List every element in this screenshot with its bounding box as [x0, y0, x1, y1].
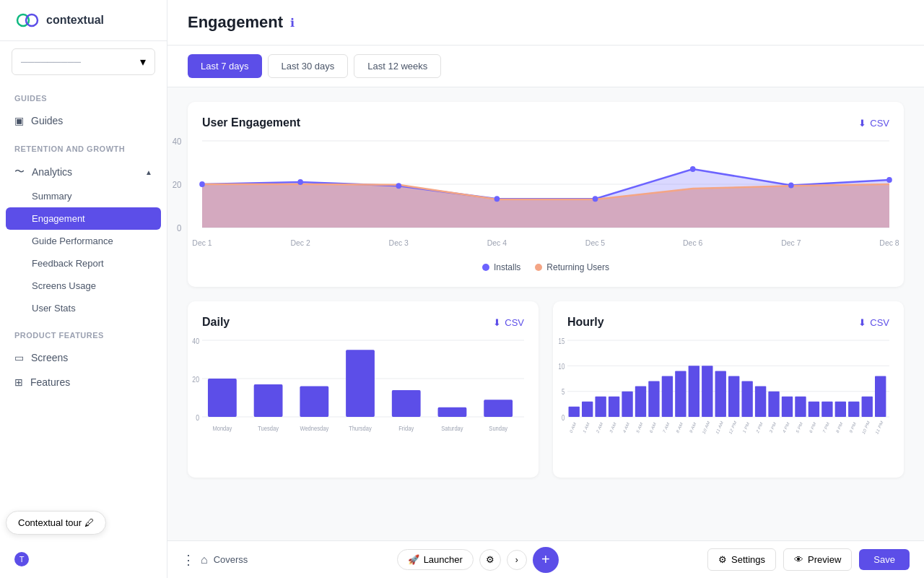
svg-text:0: 0	[562, 414, 565, 422]
svg-point-13	[690, 166, 696, 172]
svg-rect-68	[782, 397, 793, 417]
svg-text:3 PM: 3 PM	[768, 421, 777, 434]
eye-icon: 👁	[794, 554, 803, 565]
svg-text:0: 0	[177, 223, 182, 233]
svg-rect-73	[848, 402, 859, 417]
svg-text:Dec 8: Dec 8	[879, 238, 899, 247]
hourly-bar-chart: 15 10 5 0	[567, 340, 889, 456]
logo: contextual	[0, 0, 167, 41]
page-title: Engagement	[188, 13, 283, 32]
tab-last7[interactable]: Last 7 days	[188, 54, 262, 78]
tab-last30[interactable]: Last 30 days	[268, 54, 349, 78]
sidebar-item-engagement[interactable]: Engagement	[6, 207, 161, 230]
contextual-tour-button[interactable]: Contextual tour 🖊	[6, 511, 106, 535]
save-button[interactable]: Save	[859, 549, 910, 570]
svg-text:6 AM: 6 AM	[648, 421, 656, 434]
svg-point-14	[788, 183, 794, 189]
svg-rect-65	[741, 381, 752, 417]
sidebar-item-screens[interactable]: ▭ Screens	[0, 345, 167, 370]
daily-title: Daily	[202, 316, 230, 329]
svg-rect-63	[715, 371, 726, 417]
svg-rect-66	[755, 387, 766, 417]
svg-rect-52	[569, 407, 580, 417]
menu-dots-icon[interactable]: ⋮	[182, 552, 195, 568]
svg-text:20: 20	[192, 375, 199, 384]
features-icon: ⊞	[14, 376, 23, 388]
svg-text:Dec 2: Dec 2	[290, 238, 310, 247]
svg-text:9 PM: 9 PM	[848, 421, 857, 434]
svg-rect-59	[662, 376, 673, 417]
home-icon[interactable]: ⌂	[201, 553, 208, 566]
contextual-tour-label: Contextual tour 🖊	[18, 517, 94, 528]
user-engagement-title: User Engagement	[202, 116, 300, 129]
launcher-arrow-button[interactable]: ›	[507, 550, 527, 570]
hourly-csv[interactable]: ⬇ CSV	[858, 317, 889, 328]
hourly-card: Hourly ⬇ CSV	[553, 301, 904, 478]
svg-text:2 AM: 2 AM	[596, 421, 603, 434]
daily-csv[interactable]: ⬇ CSV	[493, 317, 524, 328]
sidebar-item-feedback-report[interactable]: Feedback Report	[0, 252, 167, 275]
chevron-right-icon: ›	[515, 555, 518, 565]
chevron-up-icon: ▲	[145, 168, 152, 176]
svg-rect-30	[208, 379, 237, 417]
svg-text:9 AM: 9 AM	[689, 421, 697, 434]
svg-point-9	[297, 179, 303, 185]
svg-text:Sunday: Sunday	[489, 424, 507, 432]
tab-last12[interactable]: Last 12 weeks	[354, 54, 441, 78]
svg-text:10 PM: 10 PM	[861, 420, 871, 435]
svg-point-8	[199, 181, 205, 187]
workspace-dropdown[interactable]: ───────── ▾	[12, 48, 155, 75]
svg-text:11 AM: 11 AM	[715, 420, 724, 435]
sidebar-item-summary[interactable]: Summary	[0, 185, 167, 207]
svg-text:40: 40	[173, 137, 182, 146]
sidebar: contextual ───────── ▾ Guides ▣ Guides R…	[0, 0, 167, 578]
svg-rect-55	[609, 397, 619, 417]
svg-text:11 PM: 11 PM	[874, 420, 884, 435]
svg-text:Tuesday: Tuesday	[258, 424, 279, 432]
svg-text:1 PM: 1 PM	[742, 421, 751, 434]
app-name: Coverss	[214, 554, 248, 565]
svg-text:4 PM: 4 PM	[782, 421, 790, 434]
settings-button[interactable]: ⚙ Settings	[707, 548, 776, 571]
svg-rect-72	[835, 402, 846, 417]
svg-text:Friday: Friday	[398, 424, 414, 432]
info-icon[interactable]: ℹ	[290, 16, 295, 30]
chevron-down-icon: ▾	[140, 55, 146, 69]
svg-rect-67	[768, 392, 779, 417]
launcher-button[interactable]: 🚀 Launcher	[397, 549, 474, 570]
svg-text:Dec 6: Dec 6	[683, 238, 702, 247]
svg-rect-61	[689, 366, 699, 417]
svg-point-11	[494, 196, 500, 202]
svg-text:6 PM: 6 PM	[808, 421, 817, 434]
svg-text:Dec 5: Dec 5	[585, 238, 605, 247]
sidebar-item-analytics[interactable]: 〜 Analytics ▲	[0, 159, 167, 185]
svg-rect-74	[862, 397, 873, 417]
svg-text:10 AM: 10 AM	[701, 420, 710, 435]
user-engagement-csv[interactable]: ⬇ CSV	[858, 118, 889, 129]
svg-rect-35	[438, 407, 467, 417]
sidebar-item-screens-usage[interactable]: Screens Usage	[0, 275, 167, 297]
sidebar-item-user-stats[interactable]: User Stats	[0, 297, 167, 319]
add-button[interactable]: +	[533, 547, 559, 573]
svg-text:8 PM: 8 PM	[835, 421, 844, 434]
legend-installs: Installs	[494, 262, 520, 272]
sidebar-item-features[interactable]: ⊞ Features	[0, 370, 167, 394]
svg-text:Saturday: Saturday	[441, 424, 463, 432]
settings-icon: ⚙	[718, 554, 727, 565]
svg-text:Dec 3: Dec 3	[389, 238, 409, 247]
daily-download-icon: ⬇	[493, 317, 501, 328]
sidebar-item-guide-performance[interactable]: Guide Performance	[0, 230, 167, 252]
svg-rect-32	[300, 387, 328, 417]
sidebar-item-guides[interactable]: ▣ Guides	[0, 108, 167, 133]
svg-text:5 PM: 5 PM	[795, 421, 803, 434]
svg-rect-31	[254, 384, 283, 417]
svg-rect-53	[582, 402, 593, 417]
chart-legend: Installs Returning Users	[202, 262, 889, 272]
launcher-settings-button[interactable]: ⚙	[479, 549, 501, 571]
guides-section-label: Guides	[0, 82, 167, 108]
svg-rect-54	[595, 397, 606, 417]
svg-rect-58	[648, 381, 659, 417]
gear-icon: ⚙	[486, 554, 494, 565]
svg-text:Dec 1: Dec 1	[192, 238, 212, 247]
preview-button[interactable]: 👁 Preview	[783, 548, 852, 571]
